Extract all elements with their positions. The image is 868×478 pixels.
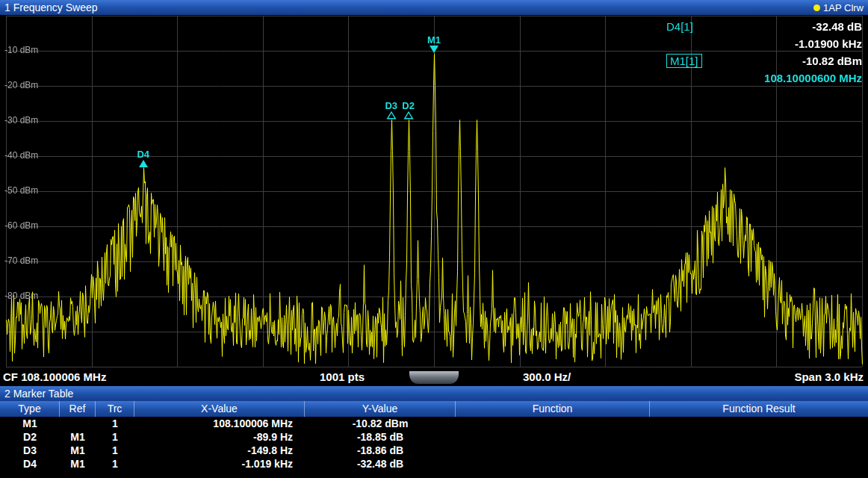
marker-triangle-icon	[138, 159, 149, 168]
marker-label: D3	[385, 101, 397, 111]
spectrum-analyzer-screen: -10 dBm -20 dBm -30 dBm -40 dBm -50 dBm …	[0, 0, 868, 478]
y-axis-label: -80 dBm	[4, 291, 38, 300]
readout-value: -10.82 dBm	[802, 55, 862, 67]
cell-type: D3	[0, 444, 60, 456]
marker-table-header: Type Ref Trc X-Value Y-Value Function Fu…	[0, 401, 868, 417]
sweep-points-setting[interactable]: 1001 pts	[320, 370, 365, 383]
y-axis-label: -20 dBm	[4, 81, 38, 90]
column-header-x-value: X-Value	[134, 401, 305, 417]
trace-label: 1AP Clrw	[823, 2, 864, 13]
marker-label: D2	[402, 101, 415, 111]
marker-d4[interactable]: D4	[134, 149, 153, 168]
cell-y-value: -32.48 dB	[305, 458, 456, 470]
cell-trc: 1	[96, 458, 134, 470]
readout-row-d4[interactable]: D4[1] -32.48 dB	[666, 18, 862, 35]
cell-ref: M1	[60, 444, 96, 456]
cell-x-value: -149.8 Hz	[134, 444, 305, 456]
center-frequency-setting[interactable]: CF 108.100006 MHz	[3, 370, 106, 383]
window-title: 1 Frequency Sweep	[4, 1, 98, 13]
y-axis-label: -40 dBm	[4, 151, 38, 160]
marker-table-title: 2 Marker Table	[4, 388, 73, 400]
window-title-bar[interactable]: 1 Frequency Sweep 1AP Clrw	[0, 0, 868, 15]
table-row[interactable]: D4 M1 1 -1.019 kHz -32.48 dB	[0, 457, 868, 471]
cell-x-value: 108.100006 MHz	[134, 418, 305, 429]
trace-indicator[interactable]: 1AP Clrw	[813, 2, 864, 13]
cell-type: D4	[0, 458, 60, 470]
y-axis-label: -10 dBm	[4, 46, 38, 55]
readout-value: 108.10000600 MHz	[764, 72, 862, 84]
marker-m1[interactable]: M1	[424, 35, 444, 54]
column-header-function-result: Function Result	[650, 401, 868, 417]
readout-value: -32.48 dB	[812, 20, 862, 33]
cell-x-value: -1.019 kHz	[134, 458, 305, 470]
readout-marker-name: M1[1]	[666, 54, 702, 68]
table-row[interactable]: M1 1 108.100006 MHz -10.82 dBm	[0, 417, 868, 430]
marker-label: M1	[427, 35, 441, 45]
y-axis-label: -70 dBm	[4, 256, 38, 265]
y-axis-label: -30 dBm	[4, 116, 38, 125]
column-header-y-value: Y-Value	[305, 401, 456, 417]
marker-triangle-icon	[429, 45, 439, 54]
marker-d3[interactable]: D3	[382, 101, 401, 120]
marker-readout-panel: D4[1] -32.48 dB -1.01900 kHz M1[1] -10.8…	[666, 18, 862, 87]
readout-value: -1.01900 kHz	[795, 37, 862, 50]
cell-y-value: -18.86 dB	[305, 444, 456, 456]
cell-type: M1	[0, 418, 60, 429]
y-axis-label: -60 dBm	[4, 221, 38, 230]
cell-type: D2	[0, 431, 60, 443]
marker-table-title-bar[interactable]: 2 Marker Table	[0, 386, 868, 401]
readout-row-m1-x[interactable]: 108.10000600 MHz	[666, 69, 862, 87]
cell-trc: 1	[96, 431, 134, 443]
marker-d2[interactable]: D2	[399, 101, 418, 120]
cell-y-value: -18.85 dB	[305, 431, 456, 443]
table-row[interactable]: D3 M1 1 -149.8 Hz -18.86 dB	[0, 444, 868, 457]
marker-triangle-icon	[386, 111, 397, 120]
trace-color-dot-icon	[813, 4, 820, 11]
readout-marker-name: D4[1]	[666, 20, 693, 33]
column-header-trc: Trc	[96, 401, 134, 417]
readout-row-d4-x[interactable]: -1.01900 kHz	[666, 35, 862, 52]
marker-label: D4	[137, 149, 149, 159]
cell-y-value: -10.82 dBm	[305, 418, 456, 429]
marker-table-body: M1 1 108.100006 MHz -10.82 dBm D2 M1 1 -…	[0, 417, 868, 471]
cell-trc: 1	[96, 418, 134, 429]
cell-trc: 1	[96, 444, 134, 456]
span-setting[interactable]: Span 3.0 kHz	[794, 370, 864, 383]
scale-per-division[interactable]: 300.0 Hz/	[523, 370, 571, 383]
column-header-ref: Ref	[60, 401, 96, 417]
cell-ref: M1	[60, 458, 96, 470]
cell-ref: M1	[60, 431, 96, 443]
column-header-function: Function	[456, 401, 650, 417]
column-header-type: Type	[0, 401, 60, 417]
window-splitter-handle[interactable]	[409, 371, 459, 384]
y-axis-label: -50 dBm	[4, 186, 38, 195]
table-row[interactable]: D2 M1 1 -89.9 Hz -18.85 dB	[0, 430, 868, 444]
marker-triangle-icon	[403, 111, 414, 120]
readout-row-m1[interactable]: M1[1] -10.82 dBm	[666, 52, 862, 69]
cell-x-value: -89.9 Hz	[134, 431, 305, 443]
